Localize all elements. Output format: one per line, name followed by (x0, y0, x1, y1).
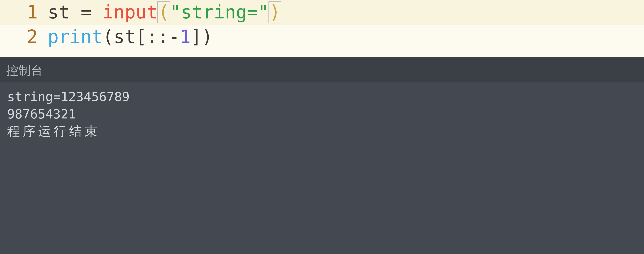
console-line: string=123456789 (7, 88, 637, 105)
code-content[interactable]: print(st[::-1]) (48, 25, 213, 49)
code-editor[interactable]: 1st = input("string=")2print(st[::-1]) (0, 0, 644, 57)
token: (st[:: (103, 26, 168, 47)
line-number: 2 (0, 25, 48, 49)
token: print (48, 26, 103, 47)
console-output: string=123456789987654321程序运行结束 (0, 82, 644, 254)
token: input (103, 1, 158, 23)
token: 1 (180, 26, 191, 47)
console-line: 程序运行结束 (7, 123, 637, 140)
console-line: 987654321 (7, 106, 637, 123)
token: - (168, 26, 180, 47)
token: = (80, 1, 92, 23)
line-number: 1 (0, 0, 48, 25)
token: "string=" (170, 1, 269, 23)
console-title: 控制台 (0, 57, 644, 82)
code-line[interactable]: 2print(st[::-1]) (0, 25, 644, 49)
token: ]) (191, 26, 213, 47)
token (92, 1, 103, 23)
token: ( (157, 1, 170, 23)
console-panel: 控制台 string=123456789987654321程序运行结束 (0, 57, 644, 254)
code-content[interactable]: st = input("string=") (48, 0, 281, 25)
token: st (48, 1, 80, 23)
code-line[interactable]: 1st = input("string=") (0, 0, 644, 25)
token: ) (268, 1, 282, 23)
